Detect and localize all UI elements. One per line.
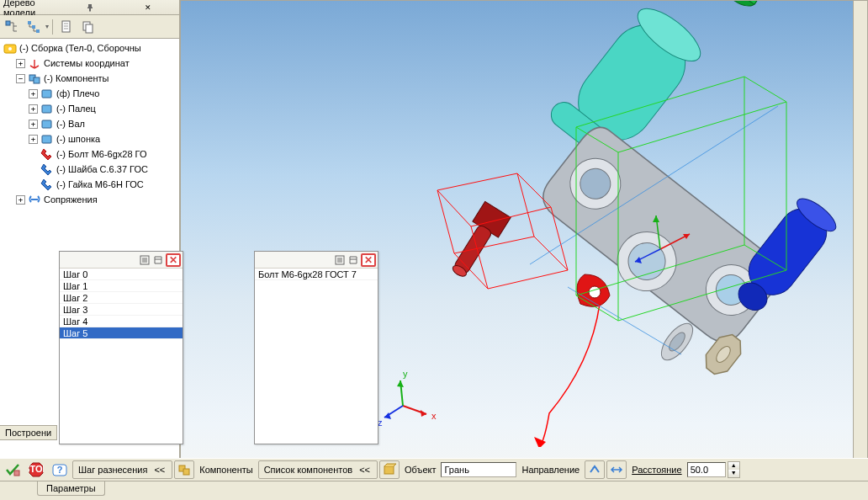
svg-rect-6 [86, 24, 93, 33]
bottom-tab-bar: Параметры [0, 481, 868, 500]
pin-icon[interactable] [61, 2, 118, 13]
svg-rect-11 [42, 90, 51, 98]
part-icon [40, 117, 54, 130]
tree-coord-systems[interactable]: + Системы координат [14, 56, 177, 71]
svg-point-8 [8, 47, 12, 51]
copy-icon[interactable] [78, 18, 98, 36]
tree-part-bolt[interactable]: (-) Болт M6-6gx28 ГО [27, 146, 177, 162]
distance-label[interactable]: Расстояние [628, 465, 685, 475]
step-list-panel[interactable]: ✕ Шаг 0Шаг 1Шаг 2Шаг 3Шаг 4Шаг 5 [59, 251, 183, 444]
svg-text:STOP: STOP [29, 464, 44, 474]
washer-icon [40, 162, 54, 176]
part-icon [40, 132, 54, 146]
bolt-icon [40, 147, 54, 161]
svg-rect-10 [34, 77, 40, 83]
side-tab-build[interactable]: Построени [0, 425, 57, 440]
components-label: Компоненты [196, 465, 256, 475]
step-spacing-section[interactable]: Шаг разнесения << [72, 460, 172, 479]
chevron-left-icon[interactable]: << [356, 465, 373, 475]
expand-icon[interactable]: + [16, 195, 25, 205]
axis-triad-icon: x y z [378, 368, 437, 427]
tab-parameters[interactable]: Параметры [37, 481, 105, 496]
property-bar: STOP ? Шаг разнесения << Компоненты Спис… [0, 458, 868, 481]
tree-part-val[interactable]: +(-) Вал [27, 116, 177, 131]
close-icon[interactable]: ✕ [361, 253, 376, 267]
distance-input[interactable] [687, 462, 726, 477]
expand-icon[interactable]: + [29, 135, 38, 144]
step-list[interactable]: Шаг 0Шаг 1Шаг 2Шаг 3Шаг 4Шаг 5 [60, 269, 183, 339]
svg-rect-44 [14, 471, 19, 476]
stop-icon[interactable]: STOP [27, 460, 45, 479]
nut-icon [40, 178, 54, 191]
svg-rect-2 [32, 25, 35, 29]
step-item[interactable]: Шаг 0 [60, 269, 183, 280]
object-label: Объект [401, 465, 439, 475]
close-icon[interactable]: ✕ [166, 253, 181, 267]
svg-text:?: ? [57, 465, 63, 475]
svg-rect-49 [183, 469, 189, 475]
step-item[interactable]: Шаг 5 [60, 327, 183, 339]
component-list-panel[interactable]: ✕ Болт M6-6gx28 ГОСТ 7 [254, 251, 378, 444]
tree-part-plecho[interactable]: +(ф) Плечо [27, 86, 177, 101]
step-item[interactable]: Шаг 4 [60, 316, 183, 327]
step-item[interactable]: Шаг 1 [60, 280, 183, 292]
create-op-icon[interactable] [3, 460, 22, 479]
part-icon [40, 102, 54, 115]
svg-rect-14 [42, 136, 51, 143]
direction-arrows-icon[interactable] [606, 460, 627, 479]
help-icon[interactable]: ? [50, 462, 69, 481]
svg-text:x: x [431, 411, 437, 421]
object-input[interactable] [441, 462, 516, 477]
chevron-left-icon[interactable]: << [151, 465, 168, 475]
panel-expand-icon[interactable] [347, 254, 359, 266]
expand-icon[interactable]: + [16, 59, 25, 68]
tree-components[interactable]: − (-) Компоненты [14, 71, 177, 86]
tree-matings[interactable]: + Сопряжения [14, 192, 177, 207]
svg-point-35 [589, 286, 601, 298]
tree-view-icon[interactable] [2, 18, 22, 36]
expand-icon[interactable]: + [29, 104, 38, 114]
tree-hierarchy-icon[interactable] [24, 18, 44, 36]
step-item[interactable]: Шаг 2 [60, 292, 183, 304]
component-list[interactable]: Болт M6-6gx28 ГОСТ 7 [255, 269, 378, 280]
svg-rect-0 [6, 21, 10, 25]
component-list-section[interactable]: Список компонентов << [258, 460, 378, 479]
step-item[interactable]: Шаг 3 [60, 304, 183, 316]
coord-sys-icon [28, 56, 41, 70]
viewport-v-scrollbar[interactable] [853, 1, 867, 485]
close-icon[interactable]: ✕ [119, 2, 176, 13]
direction-toggle-icon[interactable] [585, 460, 605, 479]
assembly-icon [3, 41, 17, 55]
tree-toolbar: ▾ [0, 15, 179, 39]
spinner-up-icon[interactable]: ▲ [728, 462, 739, 470]
svg-text:y: y [403, 369, 408, 379]
object-button[interactable] [379, 460, 400, 479]
direction-label: Направление [518, 465, 583, 475]
matings-icon [28, 193, 41, 206]
tree-part-shponka[interactable]: +(-) шпонка [27, 131, 177, 146]
expand-icon[interactable]: + [29, 89, 38, 98]
panel-menu-icon[interactable] [334, 254, 346, 266]
tree-panel-titlebar[interactable]: Дерево модели ✕ [0, 0, 179, 15]
svg-rect-1 [28, 21, 31, 24]
component-item[interactable]: Болт M6-6gx28 ГОСТ 7 [255, 269, 378, 280]
expand-icon[interactable]: + [29, 120, 38, 129]
svg-rect-12 [42, 105, 51, 113]
tree-part-gaika[interactable]: (-) Гайка M6-6H ГОС [27, 177, 177, 192]
panel-expand-icon[interactable] [152, 254, 164, 266]
components-icon [28, 72, 41, 85]
svg-rect-50 [384, 466, 394, 474]
components-button[interactable] [174, 460, 194, 479]
page-icon[interactable] [56, 18, 77, 36]
svg-rect-13 [42, 120, 51, 128]
tree-root-assembly[interactable]: (-) Сборка (Тел-0, Сборочны [2, 40, 177, 56]
tree-part-shaiba[interactable]: (-) Шайба C.6.37 ГОС [27, 162, 177, 177]
part-icon [40, 87, 54, 100]
panel-menu-icon[interactable] [139, 254, 151, 266]
svg-rect-3 [36, 29, 40, 33]
tree-part-palec[interactable]: +(-) Палец [27, 101, 177, 116]
collapse-icon[interactable]: − [16, 74, 25, 83]
spinner-down-icon[interactable]: ▼ [728, 470, 739, 477]
